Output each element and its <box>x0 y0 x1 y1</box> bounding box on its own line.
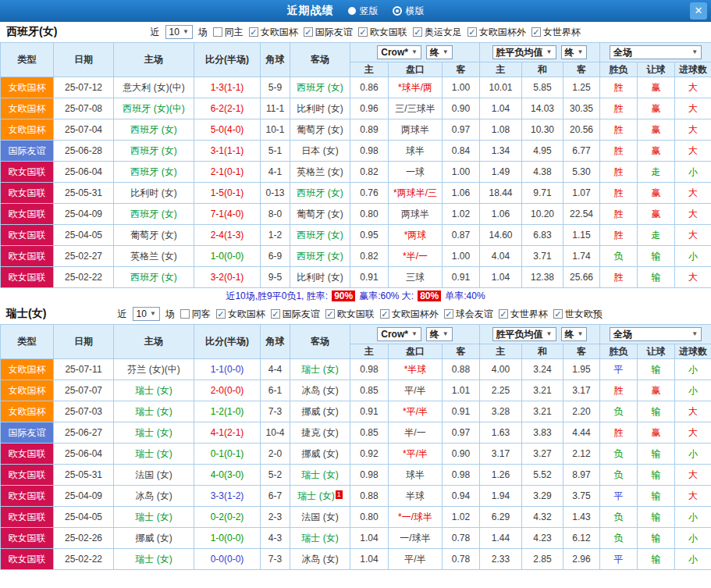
filter-checkbox-same-venue[interactable]: 同客 <box>180 308 211 321</box>
chevron-down-icon: ▼ <box>443 331 449 337</box>
filter-checkbox[interactable]: ✓女欧国杯外 <box>380 308 439 321</box>
result-winloss: 胜 <box>600 162 638 183</box>
handicap-home-odds: 0.91 <box>350 401 389 422</box>
handicap-home-odds: 0.80 <box>350 204 389 225</box>
checkbox-icon <box>180 309 190 319</box>
handicap-line: *平/半 <box>389 401 443 422</box>
filter-checkbox[interactable]: ✓女欧国杯 <box>216 308 265 321</box>
filter-row: 瑞士(女) 近 10▼ 场 同客 ✓女欧国杯✓国际友谊✓欧女国联✓女欧国杯外✓球… <box>0 304 711 324</box>
filter-checkbox[interactable]: ✓女欧国杯外 <box>467 26 526 39</box>
result-handicap: 赢 <box>638 422 675 444</box>
filter-checkbox[interactable]: ✓国际友谊 <box>304 26 353 39</box>
avg-draw-odds: 9.71 <box>522 183 563 204</box>
handicap-away-odds: 0.90 <box>443 98 480 119</box>
filter-checkbox[interactable]: ✓世女欧预 <box>553 308 603 321</box>
filter-checkbox[interactable]: ✓奥运女足 <box>413 26 462 39</box>
odds-final-select[interactable]: 终▼ <box>426 45 453 59</box>
radio-vertical-layout[interactable]: 竖版 <box>348 5 379 18</box>
avg-away-odds: 1.95 <box>563 359 600 380</box>
avg-home-odds: 1.63 <box>480 422 522 444</box>
match-row: 欧女国联25-02-22西班牙 (女)3-2(0-1)9-5比利时 (女)0.9… <box>1 267 711 288</box>
corners: 4-4 <box>261 359 290 380</box>
col-type: 类型 <box>1 43 54 77</box>
col-score: 比分(半场) <box>194 325 261 359</box>
score: 2-0(0-0) <box>194 380 261 401</box>
handicap-home-odds: 0.91 <box>350 267 389 288</box>
match-date: 25-07-08 <box>54 98 114 119</box>
sub-avg-draw: 和 <box>522 62 563 77</box>
handicap-home-odds: 0.98 <box>350 465 389 486</box>
close-button[interactable]: ✕ <box>690 2 707 20</box>
corners: 2-0 <box>261 444 290 465</box>
avg-group-header: 胜平负均值▼ 终▼ <box>480 43 600 62</box>
filter-checkbox-same-venue[interactable]: 同主 <box>213 26 244 39</box>
away-team: 英格兰 (女) <box>290 162 350 183</box>
match-row: 欧女国联25-02-27英格兰 (女)1-0(0-0)6-9西班牙 (女)0.8… <box>1 246 711 267</box>
avg-final-select[interactable]: 终▼ <box>561 327 588 341</box>
match-count-select[interactable]: 10▼ <box>133 307 160 321</box>
match-date: 25-07-11 <box>54 359 114 380</box>
handicap-home-odds: 0.89 <box>350 119 389 141</box>
avg-away-odds: 20.56 <box>563 119 600 141</box>
sub-avg-away: 客 <box>563 62 600 77</box>
avg-home-odds: 14.60 <box>480 225 522 246</box>
avg-draw-odds: 10.20 <box>522 204 563 225</box>
filter-checkbox[interactable]: ✓欧女国联 <box>325 308 375 321</box>
filter-checkbox[interactable]: ✓女欧国杯 <box>249 26 298 39</box>
scope-group-header: 全场▼ <box>600 43 711 62</box>
handicap-line: 两球半 <box>389 204 443 225</box>
handicap-away-odds: 1.06 <box>443 183 480 204</box>
result-goals: 大 <box>675 204 711 225</box>
away-team: 冰岛 (女) <box>290 380 350 401</box>
match-count-select[interactable]: 10▼ <box>165 25 193 39</box>
checkbox-icon: ✓ <box>531 27 541 37</box>
summary-text: 近10场,胜9平0负1, 胜率: <box>226 290 328 303</box>
result-handicap: 走 <box>638 225 675 246</box>
avg-home-odds: 4.04 <box>480 246 522 267</box>
result-winloss: 胜 <box>600 183 638 204</box>
checkbox-icon: ✓ <box>553 309 563 319</box>
handicap-line: 一/球半 <box>389 528 443 549</box>
recent-results-window: 近期战绩 竖版 横版 ✕ 西班牙(女) 近 10▼ 场 同主 ✓女欧国杯✓国际友… <box>0 0 711 588</box>
filter-checkbox[interactable]: ✓女世界杯 <box>499 308 548 321</box>
handicap-home-odds: 0.98 <box>350 359 389 380</box>
avg-odds-select[interactable]: 胜平负均值▼ <box>492 327 556 341</box>
result-winloss: 平 <box>600 359 638 380</box>
avg-final-select[interactable]: 终▼ <box>561 45 588 59</box>
league-filters: ✓女欧国杯✓国际友谊✓欧女国联✓女欧国杯外✓球会友谊✓女世界杯✓世女欧预 <box>216 308 603 321</box>
match-date: 25-02-27 <box>54 246 114 267</box>
col-score: 比分(半场) <box>194 43 261 77</box>
away-team: 瑞士 (女) <box>290 528 350 549</box>
filter-checkbox[interactable]: ✓女世界杯 <box>531 26 581 39</box>
filter-checkbox[interactable]: ✓欧女国联 <box>358 26 407 39</box>
near-label: 近 <box>118 308 127 321</box>
sub-away-odds: 客 <box>443 62 480 77</box>
match-date: 25-07-03 <box>54 401 114 422</box>
handicap-home-odds: 0.76 <box>350 183 389 204</box>
checkbox-icon: ✓ <box>380 309 389 319</box>
chevron-down-icon: ▼ <box>150 311 156 317</box>
games-label: 场 <box>198 26 208 39</box>
match-type-badge: 欧女国联 <box>1 465 54 486</box>
result-winloss: 负 <box>600 507 638 528</box>
odds-final-select[interactable]: 终▼ <box>426 327 453 341</box>
result-winloss: 负 <box>600 465 638 486</box>
chevron-down-icon: ▼ <box>183 29 189 35</box>
home-team: 西班牙 (女)(中) <box>114 98 194 119</box>
filter-checkbox[interactable]: ✓国际友谊 <box>271 308 320 321</box>
avg-away-odds: 25.66 <box>563 267 600 288</box>
filter-checkbox[interactable]: ✓球会友谊 <box>444 308 493 321</box>
home-team: 法国 (女) <box>114 465 194 486</box>
avg-odds-select[interactable]: 胜平负均值▼ <box>492 45 556 59</box>
window-title: 近期战绩 <box>287 4 334 18</box>
filters: 近 10▼ 场 同客 ✓女欧国杯✓国际友谊✓欧女国联✓女欧国杯外✓球会友谊✓女世… <box>118 307 634 321</box>
scope-select[interactable]: 全场▼ <box>610 327 702 341</box>
corners: 9-5 <box>261 267 290 288</box>
match-row: 欧女国联25-04-09西班牙 (女)7-1(4-0)8-0葡萄牙 (女)0.8… <box>1 204 711 225</box>
result-goals: 大 <box>675 486 711 507</box>
scope-select[interactable]: 全场▼ <box>610 45 702 59</box>
odds-company-select[interactable]: Crow*▼ <box>377 45 421 59</box>
odds-company-select[interactable]: Crow*▼ <box>377 327 421 341</box>
handicap-away-odds: 0.90 <box>443 444 480 465</box>
radio-horizontal-layout[interactable]: 横版 <box>393 5 425 18</box>
